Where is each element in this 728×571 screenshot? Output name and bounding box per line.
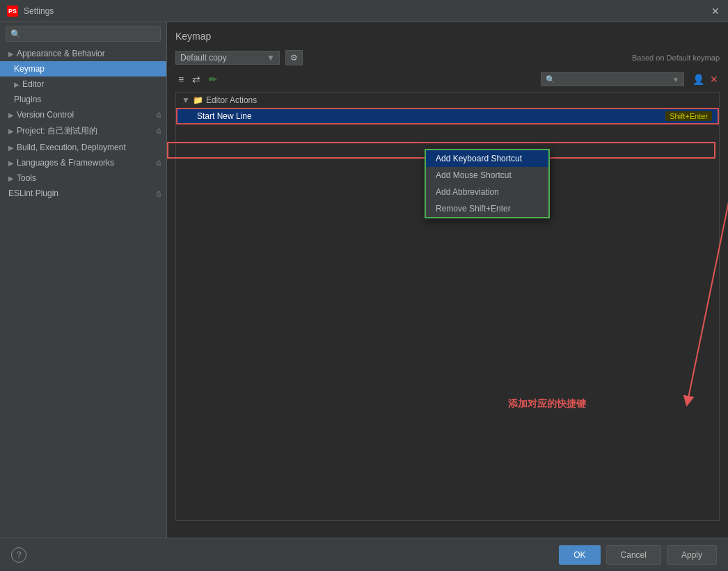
- toolbar-search-input[interactable]: [558, 74, 670, 84]
- based-on-text: Based on Default keymap: [632, 54, 720, 62]
- sidebar-item-editor[interactable]: ▶ Editor: [0, 77, 166, 92]
- content-area: Keymap Default copy ▼ ⚙ Based on Default…: [167, 22, 728, 538]
- sidebar-item-tools[interactable]: ▶ Tools: [0, 170, 166, 186]
- toolbar-user-button[interactable]: 👤: [691, 72, 706, 86]
- sidebar-item-label: Keymap: [14, 64, 45, 74]
- sidebar-item-plugins[interactable]: Plugins: [0, 92, 166, 107]
- expand-icon: ▼: [182, 95, 190, 105]
- sidebar-item-label: Plugins: [14, 95, 41, 104]
- context-menu-item-add-abbreviation[interactable]: Add Abbreviation: [426, 184, 548, 200]
- window-title: Settings: [24, 6, 710, 16]
- menu-item-label: Add Abbreviation: [436, 187, 499, 197]
- menu-item-label: Remove Shift+Enter: [436, 204, 511, 214]
- sidebar-item-label: Tools: [17, 173, 36, 183]
- sidebar-item-label: Version Control: [17, 110, 74, 120]
- shortcut-badge: Shift+Enter: [665, 111, 712, 121]
- toolbar-actions: 👤 ✕: [691, 72, 720, 86]
- menu-item-label: Add Mouse Shortcut: [436, 170, 512, 180]
- toolbar-collapse-button[interactable]: ⇄: [189, 72, 203, 86]
- arrow-icon: ▶: [8, 144, 14, 152]
- toolbar-search-container: 🔍 ▼: [541, 72, 684, 86]
- main-layout: ▶ Appearance & Behavior Keymap ▶ Editor …: [0, 22, 728, 538]
- sidebar-item-label: ESLint Plugin: [8, 188, 58, 198]
- keymap-dropdown-container[interactable]: Default copy ▼: [175, 51, 280, 65]
- close-button[interactable]: ✕: [710, 6, 721, 17]
- context-menu-item-add-keyboard[interactable]: Add Keyboard Shortcut: [426, 150, 548, 167]
- keymap-header: Default copy ▼ ⚙ Based on Default keymap: [175, 50, 720, 65]
- content-title: Keymap: [175, 31, 720, 42]
- dropdown-arrow-icon: ▼: [267, 53, 275, 63]
- sidebar-item-label: Build, Execution, Deployment: [17, 143, 126, 152]
- sidebar: ▶ Appearance & Behavior Keymap ▶ Editor …: [0, 22, 167, 538]
- sidebar-item-label: Languages & Frameworks: [17, 158, 114, 168]
- arrow-icon: ▶: [14, 81, 19, 88]
- toolbar-clear-button[interactable]: ✕: [709, 72, 720, 86]
- apply-button[interactable]: Apply: [667, 545, 717, 565]
- arrow-icon: ▶: [8, 175, 14, 182]
- bottom-bar: ? OK Cancel Apply: [0, 538, 728, 571]
- context-menu: Add Keyboard Shortcut Add Mouse Shortcut…: [425, 149, 550, 218]
- toolbar-row: ≡ ⇄ ✏ 🔍 ▼ 👤 ✕: [175, 72, 720, 86]
- tree-group-editor-actions[interactable]: ▼ 📁 Editor Actions: [176, 93, 719, 108]
- sidebar-item-project[interactable]: ▶ Project: 自己测试用的 ⎙: [0, 122, 166, 140]
- app-icon: PS: [7, 6, 18, 17]
- toolbar-expand-button[interactable]: ≡: [175, 72, 187, 86]
- sidebar-search-input[interactable]: [6, 26, 161, 42]
- sidebar-item-appearance[interactable]: ▶ Appearance & Behavior: [0, 46, 166, 61]
- tree-item-label: Start New Line: [197, 111, 252, 121]
- arrow-icon: ▶: [8, 111, 14, 119]
- keymap-gear-button[interactable]: ⚙: [285, 50, 303, 65]
- sidebar-item-label: Appearance & Behavior: [17, 49, 105, 58]
- help-button[interactable]: ?: [11, 547, 26, 563]
- sidebar-item-eslint[interactable]: ESLint Plugin ⎙: [0, 186, 166, 201]
- arrow-icon: ▶: [8, 50, 14, 58]
- ok-button[interactable]: OK: [559, 545, 600, 565]
- menu-item-label: Add Keyboard Shortcut: [436, 154, 522, 163]
- title-bar: PS Settings ✕: [0, 0, 728, 22]
- sidebar-search-container: [0, 22, 166, 46]
- context-menu-item-remove[interactable]: Remove Shift+Enter: [426, 200, 548, 217]
- tree-item-start-new-line[interactable]: Start New Line Shift+Enter: [176, 108, 719, 124]
- arrow-icon: ▶: [8, 159, 14, 167]
- keymap-name: Default copy: [180, 53, 227, 63]
- sidebar-item-label: Project: 自己测试用的: [17, 125, 97, 137]
- folder-icon: 📁: [193, 95, 203, 105]
- context-menu-item-add-mouse[interactable]: Add Mouse Shortcut: [426, 167, 548, 184]
- arrow-icon: ▶: [8, 127, 14, 135]
- tree-group-label: Editor Actions: [206, 95, 257, 105]
- sidebar-item-version-control[interactable]: ▶ Version Control ⎙: [0, 107, 166, 122]
- sidebar-item-keymap[interactable]: Keymap: [0, 61, 166, 77]
- cancel-button[interactable]: Cancel: [606, 545, 661, 565]
- sidebar-item-build[interactable]: ▶ Build, Execution, Deployment: [0, 140, 166, 155]
- sidebar-item-languages[interactable]: ▶ Languages & Frameworks ⎙: [0, 155, 166, 170]
- dropdown-icon: ▼: [672, 76, 679, 83]
- sidebar-item-label: Editor: [22, 79, 44, 89]
- toolbar-edit-button[interactable]: ✏: [206, 72, 220, 86]
- search-icon: 🔍: [546, 75, 555, 84]
